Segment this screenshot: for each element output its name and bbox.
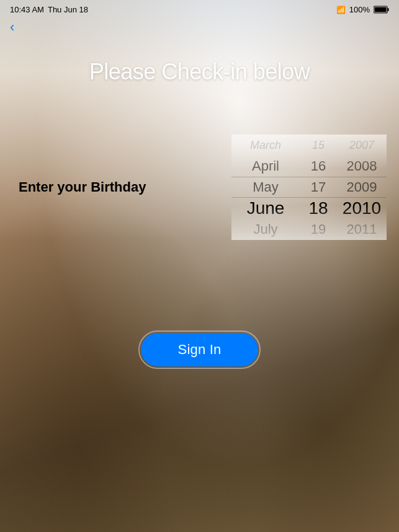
month-item[interactable]: March <box>231 135 300 156</box>
back-button[interactable]: ‹ <box>0 17 24 40</box>
status-right: 📶 100% <box>336 5 389 14</box>
day-item[interactable]: 16 <box>300 156 337 177</box>
month-item[interactable]: July <box>231 219 300 240</box>
year-item-selected[interactable]: 2010 <box>337 198 387 219</box>
status-left: 10:43 AM Thu Jun 18 <box>10 5 88 14</box>
year-item[interactable]: 2009 <box>337 177 387 198</box>
month-picker[interactable]: March April May June July August Septemb… <box>231 135 300 240</box>
battery-percent: 100% <box>349 5 370 14</box>
day-item[interactable]: 15 <box>300 135 337 156</box>
month-item[interactable]: May <box>231 177 300 198</box>
title-area: Please Check-in below <box>0 40 399 97</box>
date-picker-scroll[interactable]: March April May June July August Septemb… <box>231 135 387 240</box>
month-item[interactable]: April <box>231 156 300 177</box>
status-bar: 10:43 AM Thu Jun 18 📶 100% <box>0 0 399 17</box>
birthday-label: Enter your Birthday <box>19 179 146 195</box>
back-chevron-icon: ‹ <box>10 19 14 35</box>
signin-area: Sign In <box>0 333 399 366</box>
month-item-selected[interactable]: June <box>231 198 300 219</box>
wifi-icon: 📶 <box>336 6 346 14</box>
year-item[interactable]: 2008 <box>337 156 387 177</box>
status-date: Thu Jun 18 <box>48 5 88 14</box>
date-picker[interactable]: March April May June July August Septemb… <box>231 135 387 240</box>
day-picker[interactable]: 15 16 17 18 19 20 21 <box>300 135 337 240</box>
year-item[interactable]: 2011 <box>337 219 387 240</box>
year-item[interactable]: 2007 <box>337 135 387 156</box>
battery-icon <box>374 6 389 14</box>
day-item-selected[interactable]: 18 <box>300 198 337 219</box>
signin-button[interactable]: Sign In <box>141 333 259 366</box>
day-item[interactable]: 17 <box>300 177 337 198</box>
page-title: Please Check-in below <box>12 59 387 85</box>
svg-rect-2 <box>375 7 387 12</box>
day-item[interactable]: 19 <box>300 219 337 240</box>
birthday-section: Enter your Birthday March April May June… <box>0 122 399 252</box>
year-picker[interactable]: 2007 2008 2009 2010 2011 2012 2013 <box>337 135 387 240</box>
status-time: 10:43 AM <box>10 5 44 14</box>
svg-rect-1 <box>388 8 389 11</box>
